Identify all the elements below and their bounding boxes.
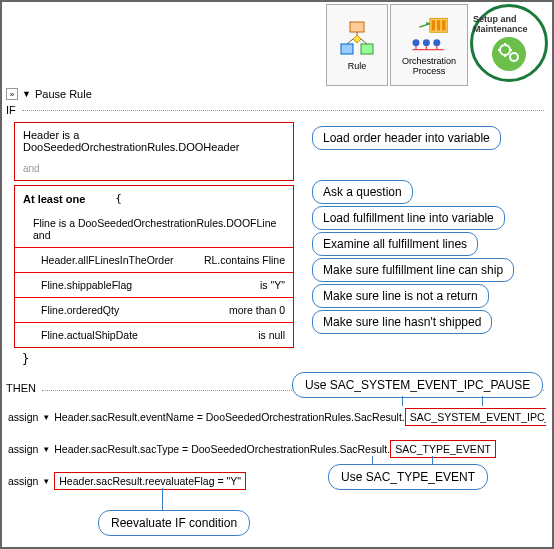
at-least-one-box: At least one { Fline is a DooSeededOrche… (14, 185, 294, 348)
svg-marker-3 (353, 35, 361, 43)
annotation-1: Load order header into variable (312, 126, 501, 150)
condition-row-3[interactable]: Fline.orderedQty more than 0 (15, 298, 293, 323)
expand-icon[interactable]: » (6, 88, 18, 100)
cond3-left: Fline.orderedQty (23, 304, 119, 316)
assign3-box: Header.sacResult.reevaluateFlag = "Y" (54, 472, 246, 490)
cond1-left: Header.allFLinesInTheOrder (23, 254, 174, 266)
orchestration-button[interactable]: Orchestration Process (390, 4, 468, 86)
setup-maintenance-button[interactable]: Setup and Maintenance (470, 4, 548, 82)
annotation-6: Make sure line is not a return (312, 284, 489, 308)
fline-text: Fline is a DooSeededOrchestrationRules.D… (23, 217, 285, 241)
assign2-box: SAC_TYPE_EVENT (390, 440, 496, 458)
assign-label-3: assign (8, 475, 38, 487)
assign-row-3[interactable]: assign ▼ Header.sacResult.reevaluateFlag… (8, 472, 546, 490)
cond4-right: is null (258, 329, 285, 341)
at-least-label: At least one (23, 193, 85, 205)
rule-label: Rule (348, 61, 367, 71)
if-block: Header is a DooSeededOrchestrationRules.… (14, 122, 294, 370)
callout-reevaluate: Reevaluate IF condition (98, 510, 250, 536)
annotation-7: Make sure line hasn't shipped (312, 310, 492, 334)
assign-dropdown-1[interactable]: ▼ (42, 413, 50, 422)
assign-content-3: Header.sacResult.reevaluateFlag = "Y" (54, 472, 246, 490)
callout-line-2a (372, 456, 373, 464)
annotation-4: Examine all fulfillment lines (312, 232, 478, 256)
header-condition-text: Header is a DooSeededOrchestrationRules.… (23, 129, 285, 153)
callout-line-2b (432, 456, 433, 464)
close-brace: } (14, 348, 294, 370)
fline-row[interactable]: Fline is a DooSeededOrchestrationRules.D… (15, 211, 293, 248)
cond4-left: Fline.actualShipDate (23, 329, 138, 341)
rule-icon (337, 19, 377, 59)
cond3-right: more than 0 (229, 304, 285, 316)
annotation-2: Ask a question (312, 180, 413, 204)
callout-line-1a (402, 396, 403, 406)
rule-button[interactable]: Rule (326, 4, 388, 86)
svg-rect-0 (350, 22, 364, 32)
if-divider (22, 110, 544, 111)
then-label: THEN (6, 382, 36, 394)
rule-name: Pause Rule (35, 88, 92, 100)
svg-line-6 (361, 39, 367, 44)
and-text: and (23, 163, 285, 174)
if-label: IF (6, 104, 16, 116)
svg-rect-10 (442, 20, 445, 30)
toolbar: Rule Orchestration Process Setup and Mai… (326, 4, 548, 86)
annotation-3: Load fulfillment line into variable (312, 206, 505, 230)
svg-point-16 (510, 53, 518, 61)
cond1-right: RL.contains Fline (204, 254, 285, 266)
open-brace: { (115, 192, 122, 205)
assign1-left: Header.sacResult.eventName = DooSeededOr… (54, 411, 404, 423)
orchestration-label: Orchestration Process (393, 56, 465, 76)
assign-content-2: Header.sacResult.sacType = DooSeededOrch… (54, 440, 496, 458)
svg-rect-8 (432, 20, 435, 30)
assign-content-1: Header.sacResult.eventName = DooSeededOr… (54, 408, 546, 426)
setup-label: Setup and Maintenance (473, 15, 545, 35)
at-least-header[interactable]: At least one { (15, 192, 293, 211)
dropdown-icon[interactable]: ▼ (22, 89, 31, 99)
assign-dropdown-2[interactable]: ▼ (42, 445, 50, 454)
assign-row-2[interactable]: assign ▼ Header.sacResult.sacType = DooS… (8, 440, 546, 458)
svg-point-15 (500, 45, 510, 55)
condition-row-4[interactable]: Fline.actualShipDate is null (15, 323, 293, 347)
condition-row-1[interactable]: Header.allFLinesInTheOrder RL.contains F… (15, 248, 293, 273)
cond2-left: Fline.shippableFlag (23, 279, 132, 291)
callout-line-3 (162, 488, 163, 510)
gear-icon (492, 37, 526, 71)
cond2-right: is "Y" (260, 279, 285, 291)
svg-rect-9 (437, 20, 440, 30)
assign-row-1[interactable]: assign ▼ Header.sacResult.eventName = Do… (8, 408, 546, 426)
orchestration-icon (409, 14, 449, 54)
assign-label-1: assign (8, 411, 38, 423)
svg-rect-2 (361, 44, 373, 54)
assign-label-2: assign (8, 443, 38, 455)
callout-line-1b (482, 396, 483, 406)
assign2-left: Header.sacResult.sacType = DooSeededOrch… (54, 443, 390, 455)
svg-point-11 (412, 39, 419, 46)
svg-point-13 (433, 39, 440, 46)
header-condition-box[interactable]: Header is a DooSeededOrchestrationRules.… (14, 122, 294, 181)
svg-point-12 (423, 39, 430, 46)
assign1-box: SAC_SYSTEM_EVENT_IPC_PAUSE (405, 408, 546, 426)
annotation-5: Make sure fulfillment line can ship (312, 258, 514, 282)
assign-dropdown-3[interactable]: ▼ (42, 477, 50, 486)
rule-header-row: » ▼ Pause Rule (6, 88, 92, 100)
condition-row-2[interactable]: Fline.shippableFlag is "Y" (15, 273, 293, 298)
svg-rect-1 (341, 44, 353, 54)
svg-line-5 (347, 39, 353, 44)
callout-pause: Use SAC_SYSTEM_EVENT_IPC_PAUSE (292, 372, 543, 398)
